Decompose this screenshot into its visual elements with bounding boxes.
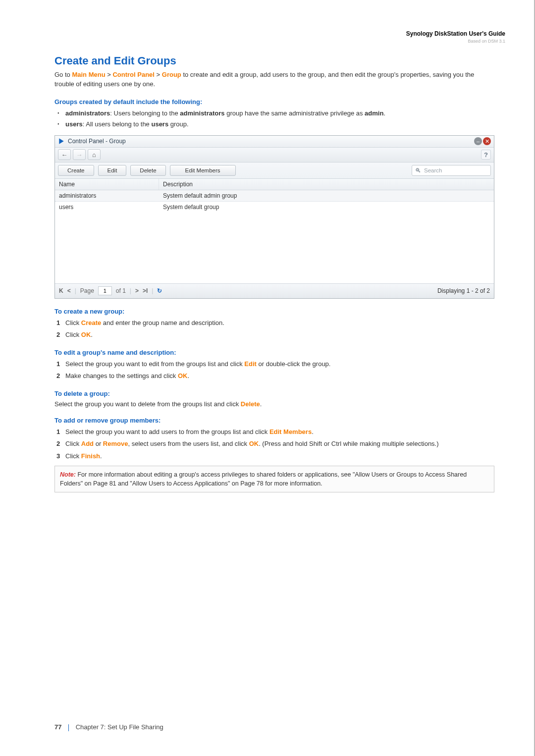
window-title: Control Panel - Group	[68, 138, 126, 145]
inline-link: Delete	[241, 400, 260, 408]
search-input[interactable]: 🔍︎ Search	[412, 165, 491, 176]
inline-link: Remove	[103, 440, 128, 447]
link-control-panel[interactable]: Control Panel	[112, 71, 155, 78]
list-item: 1 Select the group you want to add users…	[56, 427, 494, 437]
forward-button[interactable]: →	[73, 149, 86, 160]
delete-text: Select the group you want to delete from…	[54, 400, 494, 408]
search-icon: 🔍︎	[415, 167, 421, 173]
prev-page-icon[interactable]: <	[67, 287, 71, 294]
pager-display-text: Displaying 1 - 2 of 2	[437, 287, 490, 294]
list-item: 1 Select the group you want to edit from…	[56, 359, 494, 369]
link-main-menu[interactable]: Main Menu	[72, 71, 105, 78]
refresh-icon[interactable]: ↻	[157, 287, 162, 294]
cell-description: System default group	[159, 202, 494, 213]
list-item: 2 Click Add or Remove, select users from…	[56, 439, 494, 449]
inline-link: Edit	[244, 360, 257, 368]
list-item: 1 Click Create and enter the group name …	[56, 318, 494, 328]
next-page-icon[interactable]: >	[135, 287, 139, 294]
back-button[interactable]: ←	[58, 149, 71, 160]
edit-button[interactable]: Edit	[98, 165, 127, 176]
control-panel-window: Control Panel - Group – ✕ ← → ⌂ ? Create…	[54, 135, 494, 299]
inline-link: Finish	[81, 452, 100, 460]
link-group[interactable]: Group	[162, 71, 181, 78]
column-header-description[interactable]: Description	[159, 179, 494, 190]
note-label: Note:	[60, 471, 76, 478]
editname-heading: To edit a group's name and description:	[54, 349, 494, 356]
page-number: 77	[54, 723, 61, 731]
close-icon[interactable]: ✕	[483, 137, 491, 145]
delete-button[interactable]: Delete	[130, 165, 165, 176]
create-button[interactable]: Create	[58, 165, 94, 176]
first-page-icon[interactable]: K	[59, 287, 63, 294]
list-item: users: All users belong to the users gro…	[56, 119, 494, 129]
doc-subtitle: Based on DSM 3.1	[406, 38, 505, 45]
inline-link: Edit Members	[269, 428, 312, 435]
cell-description: System default admin group	[159, 190, 494, 201]
chapter-label: Chapter 7: Set Up File Sharing	[76, 723, 163, 731]
cell-name: users	[55, 202, 159, 213]
home-button[interactable]: ⌂	[88, 149, 101, 160]
inline-link: OK	[81, 331, 91, 338]
list-item: administrators: Users belonging to the a…	[56, 108, 494, 118]
last-page-icon[interactable]: >I	[143, 287, 148, 294]
table-row[interactable]: administrators System default admin grou…	[55, 190, 494, 202]
page-of-label: of 1	[116, 287, 126, 294]
inline-link: OK	[178, 372, 188, 379]
page-input[interactable]	[98, 286, 112, 295]
list-item: 2 Make changes to the settings and click…	[56, 371, 494, 381]
table-row[interactable]: users System default group	[55, 202, 494, 213]
list-item: 3 Click Finish.	[56, 451, 494, 461]
inline-link: Add	[81, 440, 94, 447]
members-heading: To add or remove group members:	[54, 417, 494, 424]
help-button[interactable]: ?	[481, 150, 491, 160]
column-header-name[interactable]: Name	[55, 179, 159, 190]
cell-name: administrators	[55, 190, 159, 201]
minimize-icon[interactable]: –	[474, 137, 482, 145]
edit-members-button[interactable]: Edit Members	[170, 165, 236, 176]
page-title: Create and Edit Groups	[54, 54, 494, 67]
defaults-heading: Groups created by default include the fo…	[54, 98, 494, 106]
note-body: For more information about editing a gro…	[60, 471, 467, 487]
intro-paragraph: Go to Main Menu > Control Panel > Group …	[54, 70, 494, 89]
create-heading: To create a new group:	[54, 308, 494, 315]
doc-title: Synology DiskStation User's Guide	[406, 30, 505, 38]
delete-heading: To delete a group:	[54, 390, 494, 397]
list-item: 2 Click OK.	[56, 330, 494, 340]
inline-link: OK	[249, 440, 259, 447]
page-footer: 77 Chapter 7: Set Up File Sharing	[54, 723, 163, 731]
inline-link: Create	[81, 319, 101, 326]
page-label: Page	[80, 287, 94, 294]
control-panel-icon	[58, 138, 65, 145]
note-box: Note: For more information about editing…	[54, 466, 494, 492]
